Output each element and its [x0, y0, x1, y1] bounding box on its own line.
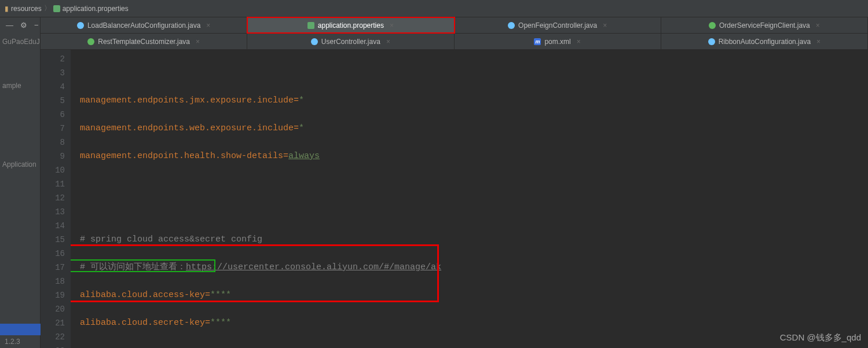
java-icon [508, 22, 515, 29]
watermark: CSDN @钱多多_qdd [780, 332, 861, 343]
version-label: 1.2.3 [0, 335, 40, 348]
tab-orderservicefeignclient[interactable]: OrderServiceFeignClient.java× [661, 17, 868, 33]
code-area[interactable]: 23456789101112131415161718192021222324 m… [41, 50, 868, 348]
close-icon[interactable]: × [196, 38, 200, 46]
folder-icon: ▮ [5, 5, 9, 13]
close-icon[interactable]: × [603, 21, 607, 30]
sidebar: — ⚙ − GuPaoEduJa ample Application 1.2.3 [0, 17, 41, 348]
java-icon [77, 22, 84, 29]
java-icon [311, 38, 318, 45]
sidebar-label-3[interactable]: Application [0, 157, 40, 172]
tabs-row-1: LoadBalancerAutoConfiguration.java× appl… [41, 17, 868, 34]
maven-icon: m [534, 38, 541, 45]
properties-icon [307, 22, 314, 29]
properties-icon [53, 5, 60, 12]
collapse-icon[interactable]: — [6, 21, 13, 30]
gear-icon[interactable]: ⚙ [20, 21, 27, 30]
tab-resttemplatecustomizer[interactable]: RestTemplateCustomizer.java× [41, 34, 247, 49]
chevron-right-icon: 〉 [44, 3, 51, 13]
breadcrumb-file[interactable]: application.properties [63, 5, 129, 13]
sidebar-selection[interactable] [0, 324, 41, 335]
breadcrumb-folder[interactable]: resources [11, 5, 42, 13]
tab-application-properties[interactable]: application.properties× [247, 17, 454, 33]
close-icon[interactable]: × [816, 21, 820, 30]
sidebar-label-2[interactable]: ample [0, 78, 40, 93]
close-icon[interactable]: × [390, 21, 394, 30]
tab-ribbonautoconfiguration[interactable]: RibbonAutoConfiguration.java× [661, 34, 868, 49]
code-content[interactable]: management.endpoints.jmx.exposure.includ… [71, 50, 868, 348]
close-icon[interactable]: × [577, 38, 581, 46]
minus-icon[interactable]: − [34, 21, 39, 30]
close-icon[interactable]: × [816, 38, 821, 46]
tab-loadbalancer[interactable]: LoadBalancerAutoConfiguration.java× [41, 17, 247, 33]
sidebar-label-1[interactable]: GuPaoEduJa [0, 34, 40, 49]
close-icon[interactable]: × [386, 38, 390, 46]
breadcrumb[interactable]: ▮ resources 〉 application.properties [5, 3, 129, 13]
tab-pomxml[interactable]: mpom.xml× [455, 34, 661, 49]
tab-usercontroller[interactable]: UserController.java× [247, 34, 454, 49]
close-icon[interactable]: × [206, 21, 210, 30]
tab-openfeigncontroller[interactable]: OpenFeignController.java× [455, 17, 661, 33]
tabs-row-2: RestTemplateCustomizer.java× UserControl… [41, 34, 868, 50]
gutter: 23456789101112131415161718192021222324 [41, 50, 71, 348]
java-icon [87, 38, 94, 45]
editor-area: LoadBalancerAutoConfiguration.java× appl… [41, 17, 868, 348]
java-icon [708, 38, 715, 45]
breadcrumb-bar: ▮ resources 〉 application.properties [0, 0, 868, 17]
java-icon [709, 22, 716, 29]
